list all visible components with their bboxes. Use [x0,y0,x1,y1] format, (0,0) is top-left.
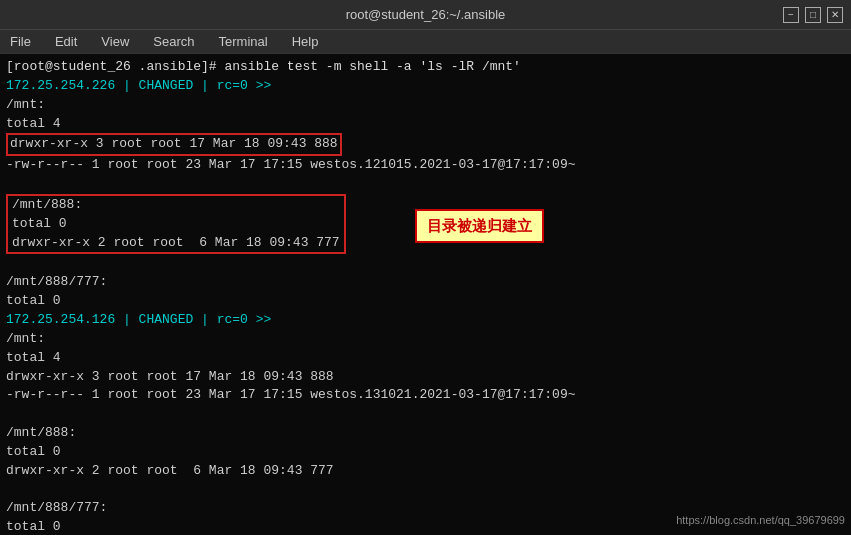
terminal-line-19 [6,405,845,424]
terminal-line-6: -rw-r--r-- 1 root root 23 Mar 17 17:15 w… [6,156,845,175]
terminal-line-5: drwxr-xr-x 3 root root 17 Mar 18 09:43 8… [6,133,845,156]
close-button[interactable]: ✕ [827,7,843,23]
terminal-line-11 [6,254,845,273]
minimize-button[interactable]: − [783,7,799,23]
menu-bar: File Edit View Search Terminal Help [0,30,851,54]
terminal-line-4: total 4 [6,115,845,134]
window-controls[interactable]: − □ ✕ [783,7,843,23]
terminal-line-21: total 0 [6,443,845,462]
title-bar: root@student_26:~/.ansible − □ ✕ [0,0,851,30]
watermark: https://blog.csdn.net/qq_39679699 [676,513,845,529]
menu-terminal[interactable]: Terminal [213,32,274,51]
terminal-line-9: total 0 [12,215,340,234]
terminal-line-2: 172.25.254.226 | CHANGED | rc=0 >> [6,77,845,96]
menu-file[interactable]: File [4,32,37,51]
menu-edit[interactable]: Edit [49,32,83,51]
terminal-line-18: -rw-r--r-- 1 root root 23 Mar 17 17:15 w… [6,386,845,405]
terminal-line-17: drwxr-xr-x 3 root root 17 Mar 18 09:43 8… [6,368,845,387]
terminal-line-20: /mnt/888: [6,424,845,443]
annotation-box: 目录被递归建立 [415,209,544,243]
terminal-line-13: total 0 [6,292,845,311]
terminal-line-16: total 4 [6,349,845,368]
terminal-line-23 [6,481,845,500]
terminal-line-8: /mnt/888: [12,196,340,215]
terminal-line-1: [root@student_26 .ansible]# ansible test… [6,58,845,77]
menu-search[interactable]: Search [147,32,200,51]
terminal-line-22: drwxr-xr-x 2 root root 6 Mar 18 09:43 77… [6,462,845,481]
terminal-line-3: /mnt: [6,96,845,115]
terminal-line-15: /mnt: [6,330,845,349]
terminal-line-10: drwxr-xr-x 2 root root 6 Mar 18 09:43 77… [12,234,340,253]
menu-view[interactable]: View [95,32,135,51]
maximize-button[interactable]: □ [805,7,821,23]
window-title: root@student_26:~/.ansible [68,7,783,22]
terminal-line-14: 172.25.254.126 | CHANGED | rc=0 >> [6,311,845,330]
terminal-body[interactable]: [root@student_26 .ansible]# ansible test… [0,54,851,535]
terminal-line-12: /mnt/888/777: [6,273,845,292]
menu-help[interactable]: Help [286,32,325,51]
redbox-group: /mnt/888: total 0 drwxr-xr-x 2 root root… [6,194,346,255]
terminal-line-7 [6,175,845,194]
